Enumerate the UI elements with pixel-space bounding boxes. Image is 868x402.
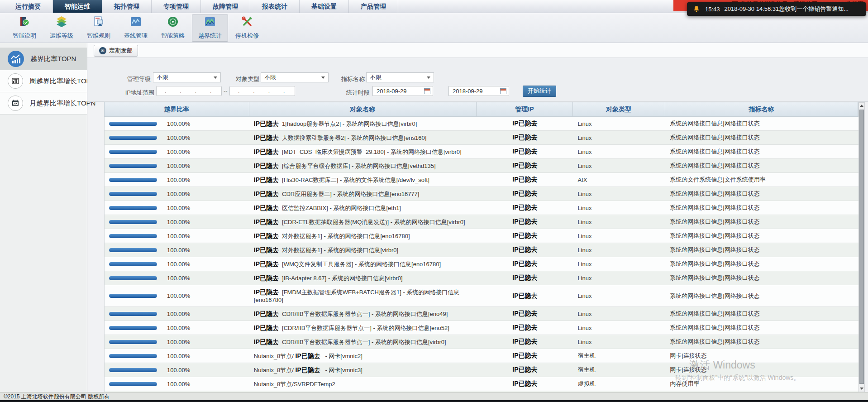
repair-icon — [241, 16, 253, 29]
calendar-icon[interactable] — [424, 88, 430, 94]
table-row[interactable]: 100.00%IP已隐去对外数据服务1] - 系统的网络接口信息[virbr0]… — [105, 243, 858, 257]
menu-tab-拓扑管理[interactable]: 拓扑管理 — [102, 0, 152, 13]
column-header-指标名称[interactable]: 指标名称 — [665, 102, 858, 116]
menu-tab-运行摘要[interactable]: 运行摘要 — [4, 0, 53, 13]
toolbar-item-智能说明[interactable]: 智能说明 — [6, 14, 43, 42]
cell-metric-name: 系统的网络接口信息|网络接口状态 — [665, 131, 858, 144]
ratio-progress-bar — [109, 382, 157, 386]
ratio-progress-bar — [109, 248, 157, 252]
ip-redacted-label: IP已隐去 — [512, 176, 537, 184]
menu-tab-产品管理[interactable]: 产品管理 — [349, 0, 398, 13]
table-row[interactable]: 100.00%Nutanix_8节点/SVRPDFTemp2IP已隐去虚拟机内存… — [105, 377, 858, 391]
cell-object-name: IP已隐去CDR应用服务器二] - 系统的网络接口信息[eno16777] — [249, 187, 477, 201]
table-row[interactable]: 100.00%IP已隐去[WMQ文件复制工具服务器] - 系统的网络接口信息[e… — [105, 257, 858, 271]
table-row[interactable]: 100.00%IP已隐去[MDT_CDS_临床决策慢病预警_29.180] - … — [105, 145, 858, 159]
type-select[interactable]: 不限 — [261, 72, 329, 82]
table-row[interactable]: 100.00%IP已隐去[综合服务平台缓存数据库] - 系统的网络接口信息[ve… — [105, 159, 858, 173]
toolbar-items: 智能说明运维等级智维规则基线管理智能策略越界统计停机检修 — [6, 14, 265, 42]
toolbar-item-智维规则[interactable]: 智维规则 — [81, 14, 117, 42]
menu-tab-智能运维[interactable]: 智能运维 — [53, 0, 102, 13]
cell-object-name: IP已隐去CDR/IIB平台数据库服务器节点一] - 系统的网络接口信息[eno… — [249, 307, 477, 321]
cell-object-name: IP已隐去[WMQ文件复制工具服务器] - 系统的网络接口信息[eno16780… — [249, 257, 477, 271]
menu-tab-报表统计[interactable]: 报表统计 — [250, 0, 300, 13]
cell-manage-ip: IP已隐去 — [477, 349, 573, 363]
start-statistics-button[interactable]: 开始统计 — [523, 86, 556, 97]
sidebar-item-越界比率TOPN[interactable]: 越界比率TOPN — [0, 48, 87, 70]
metric-select-value: 不限 — [370, 73, 382, 81]
cell-object-type: Linux — [573, 215, 665, 229]
cell-manage-ip: IP已隐去 — [477, 173, 573, 187]
cell-object-name: IP已隐去[MDT_CDS_临床决策慢病预警_29.180] - 系统的网络接口… — [249, 145, 477, 158]
toolbar-item-智能策略[interactable]: 智能策略 — [155, 14, 191, 42]
ip-redacted-label: IP已隐去 — [254, 274, 279, 282]
scheduled-mail-button[interactable]: ✉ 定期发邮 — [94, 45, 138, 57]
ip-redacted-label: IP已隐去 — [254, 120, 279, 127]
menu-tab-故障管理[interactable]: 故障管理 — [201, 0, 250, 13]
cell-object-name: Nutanix_8节点/SVRPDFTemp2 — [249, 377, 477, 391]
ip-redacted-label: IP已隐去 — [512, 324, 537, 332]
cell-object-type: Linux — [573, 229, 665, 243]
alarm-notification-toast[interactable]: 15:43 2018-09-30 14:56:31您收到一个撤销告警通知... — [687, 2, 866, 16]
ip-range-end-input[interactable]: .... — [229, 86, 295, 96]
cell-ratio: 100.00% — [105, 243, 249, 257]
layers-icon — [56, 16, 67, 29]
cell-manage-ip: IP已隐去 — [477, 131, 573, 144]
scroll-up-arrow[interactable] — [859, 103, 864, 109]
ratio-progress-bar — [109, 164, 157, 168]
table-row[interactable]: 100.00%IP已隐去CDR/IIB平台数据库服务器节点一] - 系统的网络接… — [105, 335, 858, 349]
table-row[interactable]: 100.00%IP已隐去CDR应用服务器二] - 系统的网络接口信息[eno16… — [105, 187, 858, 201]
toolbar-item-基线管理[interactable]: 基线管理 — [118, 14, 154, 42]
ratio-progress-bar — [109, 368, 157, 372]
cell-manage-ip: IP已隐去 — [477, 201, 573, 215]
table-row[interactable]: 100.00%IP已隐去[CDR-ETL数据抽取服务器(MQ消息发送)] - 系… — [105, 215, 858, 229]
menu-tab-基础设置[interactable]: 基础设置 — [300, 0, 349, 13]
cell-manage-ip: IP已隐去 — [477, 215, 573, 229]
table-row[interactable]: 100.00%IP已隐去]IB-Adapter 8.67] - 系统的网络接口信… — [105, 271, 858, 285]
object-name-text: [MDT_CDS_临床决策慢病预警_29.180] - 系统的网络接口信息[vi… — [282, 148, 462, 155]
ip-range-start-input[interactable]: .... — [156, 86, 222, 96]
copyright-bar: ©2015 上海北塔软件股份有限公司 版权所有 — [0, 392, 868, 400]
sidebar-item-周越界比率增长TOPN[interactable]: 周越界比率增长TOPN — [0, 70, 87, 92]
table-row[interactable]: 100.00%Nutanix_8节点/ IP已隐去 - 网卡[vmnic2]IP… — [105, 349, 858, 363]
column-header-对象名称[interactable]: 对象名称 — [249, 102, 477, 116]
column-header-对象类型[interactable]: 对象类型 — [573, 102, 665, 116]
menu-tab-专项管理[interactable]: 专项管理 — [152, 0, 201, 13]
scroll-down-arrow[interactable] — [859, 386, 864, 392]
metric-select[interactable]: 不限 — [366, 72, 434, 82]
table-row[interactable]: 100.00%IP已隐去1[hadoop服务器节点2] - 系统的网络接口信息[… — [105, 117, 858, 131]
ratio-percent: 100.00% — [167, 163, 190, 169]
ratio-progress-bar — [109, 354, 157, 358]
column-header-管理IP[interactable]: 管理IP — [477, 102, 573, 116]
calendar-icon[interactable] — [500, 88, 506, 94]
toolbar-item-运维等级[interactable]: 运维等级 — [43, 14, 80, 42]
object-name-text: [综合服务平台缓存数据库] - 系统的网络接口信息[vethd135] — [282, 163, 436, 169]
toolbar-item-停机检修[interactable]: 停机检修 — [229, 14, 265, 42]
table-row[interactable]: 100.00%IP已隐去[CDR/IIB平台数据库服务器节点一] - 系统的网络… — [105, 321, 858, 335]
table-row[interactable]: 100.00%IP已隐去CDR/IIB平台数据库服务器节点一] - 系统的网络接… — [105, 307, 858, 321]
date-from-input[interactable]: 2018-09-29 — [372, 86, 433, 96]
table-row[interactable]: 100.00%IP已隐去[FMDM主数据管理系统WEB+BATCH服务器1] -… — [105, 285, 858, 307]
table-row[interactable]: 100.00%IP已隐去医信监控ZABBIX] - 系统的网络接口信息[eth1… — [105, 201, 858, 215]
table-row[interactable]: 100.00%Nutanix_8节点/ IP已隐去 - 网卡[vmnic3]IP… — [105, 363, 858, 377]
object-name-text: [His30-RAC数据库二] - 系统的文件系统信息[/dev/lv_soft… — [282, 177, 429, 183]
chevron-down-icon — [427, 77, 430, 79]
ip-redacted-label: IP已隐去 — [254, 176, 279, 183]
level-select[interactable]: 不限 — [153, 72, 221, 82]
date-to-input[interactable]: 2018-09-29 — [448, 86, 509, 96]
sidebar-item-月越界比率增长TOPN[interactable]: 月越界比率增长TOPN — [0, 92, 87, 115]
cell-manage-ip: IP已隐去 — [477, 159, 573, 172]
scrollbar-thumb[interactable] — [859, 110, 864, 384]
ratio-percent: 100.00% — [167, 233, 190, 239]
object-name-text: CDR/IIB平台数据库服务器节点一] - 系统的网络接口信息[eno49] — [282, 311, 448, 317]
ip-redacted-label: IP已隐去 — [512, 218, 537, 226]
table-row[interactable]: 100.00%IP已隐去对外数据服务1] - 系统的网络接口信息[eno1678… — [105, 229, 858, 243]
level-filter-label: 管理等级 — [124, 74, 151, 84]
vertical-scrollbar[interactable] — [858, 102, 865, 392]
cell-object-type: Linux — [573, 201, 665, 215]
chevron-down-icon — [321, 77, 325, 79]
toolbar-item-越界统计[interactable]: 越界统计 — [192, 14, 228, 42]
table-row[interactable]: 100.00%IP已隐去[His30-RAC数据库二] - 系统的文件系统信息[… — [105, 173, 858, 187]
table-row[interactable]: 100.00%IP已隐去大数据搜索引擎服务器2] - 系统的网络接口信息[ens… — [105, 131, 858, 145]
cell-metric-name: 系统的网络接口信息|网络接口状态 — [665, 187, 858, 201]
column-header-越界比率[interactable]: 越界比率 — [105, 102, 249, 116]
